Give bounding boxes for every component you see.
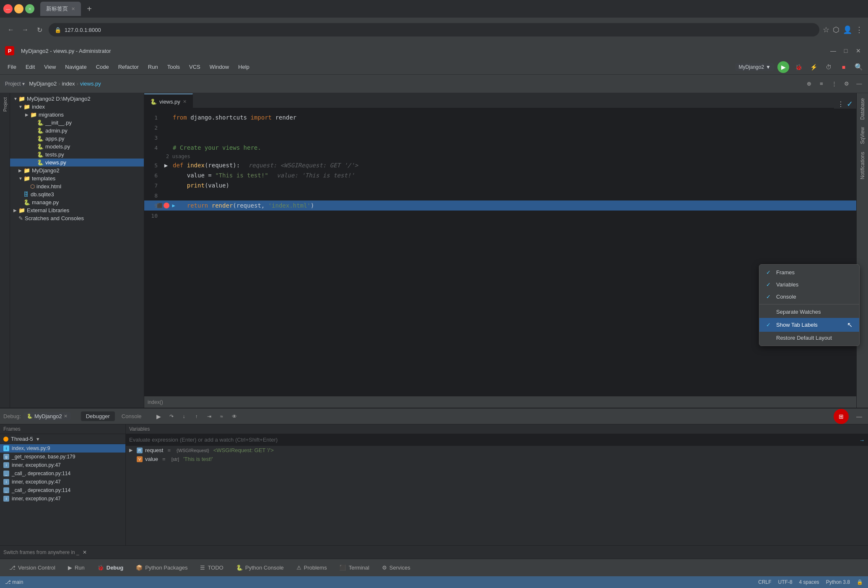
refresh-btn[interactable]: ↻	[34, 24, 45, 36]
tree-item-init[interactable]: 🐍 __init__.py	[10, 119, 144, 127]
stop-btn[interactable]: ■	[838, 61, 850, 73]
bottom-tab-console[interactable]: 🐍 Python Console	[230, 562, 290, 573]
tree-item-index[interactable]: ▼ 📁 index	[10, 103, 144, 111]
frame-item-2[interactable]: i inner, exception.py:47	[0, 461, 125, 469]
tree-item-index-html[interactable]: ⬡ index.html	[10, 182, 144, 190]
frame-item-3[interactable]: _ _call_, deprecation.py:114	[0, 469, 125, 478]
tree-item-tests[interactable]: 🐍 tests.py	[10, 151, 144, 159]
coverage-btn[interactable]: ⏱	[823, 61, 834, 73]
debug-run-btn[interactable]: 🐞	[793, 61, 804, 73]
url-bar[interactable]: 🔒 127.0.0.1:8000	[49, 23, 819, 36]
project-label-btn[interactable]: Project ▾	[3, 81, 26, 87]
tree-item-db[interactable]: 🗄 db.sqlite3	[10, 190, 144, 198]
status-crlf[interactable]: CRLF	[758, 579, 771, 585]
editor-split-icon[interactable]: ⋮	[837, 100, 844, 108]
browser-close-btn[interactable]: ✕	[25, 4, 34, 13]
menu-icon[interactable]: ⋮	[855, 25, 863, 34]
ide-close-btn[interactable]: ✕	[854, 46, 863, 55]
run-btn[interactable]: ▶	[777, 61, 789, 73]
browser-maximize-btn[interactable]: □	[14, 4, 23, 13]
tree-item-templates[interactable]: ▼ 📁 templates	[10, 174, 144, 182]
menu-navigate[interactable]: Navigate	[61, 62, 91, 72]
breadcrumb-root[interactable]: MyDjango2	[29, 81, 57, 87]
frame-item-4[interactable]: i inner, exception.py:47	[0, 478, 125, 486]
var-item-request[interactable]: ▶ R request = {WSGIRequest} <WSGIRequest…	[126, 446, 868, 455]
bookmark-icon[interactable]: ☆	[823, 25, 829, 34]
forward-btn[interactable]: →	[19, 24, 31, 36]
bottom-tab-version-control[interactable]: ⎇ Version Control	[3, 562, 61, 573]
new-tab-btn[interactable]: +	[83, 3, 95, 15]
back-btn[interactable]: ←	[5, 24, 17, 36]
menu-file[interactable]: File	[3, 62, 21, 72]
bottom-tab-problems[interactable]: ⚠ Problems	[291, 562, 333, 573]
menu-vcs[interactable]: VCS	[185, 62, 205, 72]
extensions-icon[interactable]: ⬡	[833, 25, 839, 34]
ctx-item-frames[interactable]: ✓ Frames	[759, 266, 859, 278]
evaluate-btn[interactable]: ≈	[216, 411, 227, 422]
sqview-label[interactable]: SqView	[858, 124, 867, 147]
status-python[interactable]: Python 3.8	[826, 579, 850, 585]
menu-window[interactable]: Window	[205, 62, 233, 72]
frame-item-6[interactable]: i inner, exception.py:47	[0, 494, 125, 503]
tree-item-manage[interactable]: 🐍 manage.py	[10, 198, 144, 206]
tree-item-migrations[interactable]: ▶ 📁 migrations	[10, 111, 144, 119]
editor-tab-close-btn[interactable]: ✕	[183, 99, 187, 104]
bottom-tab-terminal[interactable]: ⬛ Terminal	[333, 562, 375, 573]
collapse-icon[interactable]: —	[854, 78, 865, 89]
project-strip-label[interactable]: Project	[2, 95, 8, 114]
frame-item-0[interactable]: i index, views.py:9	[0, 444, 125, 453]
profile-btn[interactable]: ⚡	[808, 61, 819, 73]
step-out-btn[interactable]: ↑	[191, 411, 202, 422]
account-icon[interactable]: 👤	[843, 25, 852, 34]
tree-item-views[interactable]: 🐍 views.py	[10, 159, 144, 167]
var-item-value[interactable]: V value = [str] 'This is test!'	[126, 455, 868, 463]
ctx-item-show-tab-labels[interactable]: ✓ Show Tab Labels ↖	[759, 318, 859, 332]
tree-item-scratches[interactable]: ✎ Scratches and Consoles	[10, 214, 144, 222]
ide-restore-btn[interactable]: □	[841, 46, 850, 55]
menu-code[interactable]: Code	[92, 62, 113, 72]
ide-minimize-btn[interactable]: —	[829, 46, 838, 55]
debug-config-name[interactable]: 🐍 MyDjango2 ✕	[23, 412, 71, 420]
thread-selector[interactable]: Thread-5 ▼	[0, 434, 125, 444]
bottom-tab-debug[interactable]: 🐞 Debug	[91, 562, 129, 573]
sort-icon[interactable]: ⋮	[829, 78, 839, 89]
ctx-item-console[interactable]: ✓ Console	[759, 291, 859, 303]
menu-help[interactable]: Help	[234, 62, 254, 72]
browser-tab-close-btn[interactable]: ✕	[71, 6, 75, 12]
tree-item-models[interactable]: 🐍 models.py	[10, 143, 144, 151]
status-indent[interactable]: 4 spaces	[799, 579, 819, 585]
tree-item-mydjango2-sub[interactable]: ▶ 📁 MyDjango2	[10, 167, 144, 174]
menu-refactor[interactable]: Refactor	[114, 62, 143, 72]
debug-tab-console[interactable]: Console	[117, 411, 147, 421]
align-icon[interactable]: ≡	[816, 78, 827, 89]
ctx-item-separate-watches[interactable]: Separate Watches	[759, 306, 859, 318]
bottom-tab-packages[interactable]: 📦 Python Packages	[130, 562, 193, 573]
database-label[interactable]: Database	[858, 95, 867, 123]
browser-minimize-btn[interactable]: —	[3, 4, 13, 13]
bottom-tab-services[interactable]: ⚙ Services	[376, 562, 416, 573]
close-debug-panel-btn[interactable]: —	[854, 411, 865, 422]
search-btn[interactable]: 🔍	[853, 61, 865, 73]
git-branch[interactable]: ⎇ main	[5, 579, 23, 585]
run-config-selector[interactable]: MyDjango2 ▼	[735, 63, 774, 71]
ctx-item-variables[interactable]: ✓ Variables	[759, 278, 859, 291]
tree-item-project-root[interactable]: ▼ 📁 MyDjango2 D:\MyDjango2	[10, 95, 144, 103]
resume-btn[interactable]: ▶	[153, 411, 164, 422]
bottom-tab-run[interactable]: ▶ Run	[62, 562, 91, 573]
bottom-tab-todo[interactable]: ☰ TODO	[194, 562, 229, 573]
menu-edit[interactable]: Edit	[21, 62, 39, 72]
menu-tools[interactable]: Tools	[163, 62, 184, 72]
layout-settings-btn[interactable]: ⊞	[834, 409, 849, 424]
eval-bar[interactable]: Evaluate expression (Enter) or add a wat…	[126, 434, 868, 446]
watch-btn[interactable]: 👁	[229, 411, 240, 422]
switch-frames-close[interactable]: ✕	[83, 549, 87, 555]
frame-item-5[interactable]: _ _call_, deprecation.py:114	[0, 486, 125, 494]
frame-item-1[interactable]: g _get_response, base.py:179	[0, 453, 125, 461]
breadcrumb-views[interactable]: views.py	[80, 81, 101, 87]
tree-item-ext-libs[interactable]: ▶ 📁 External Libraries	[10, 206, 144, 214]
notifications-label[interactable]: Notifications	[858, 148, 867, 182]
run-to-cursor-btn[interactable]: ⇥	[204, 411, 215, 422]
menu-view[interactable]: View	[40, 62, 60, 72]
editor-content[interactable]: 1 from django.shortcuts import render 2 …	[144, 109, 856, 396]
step-into-btn[interactable]: ↓	[179, 411, 190, 422]
